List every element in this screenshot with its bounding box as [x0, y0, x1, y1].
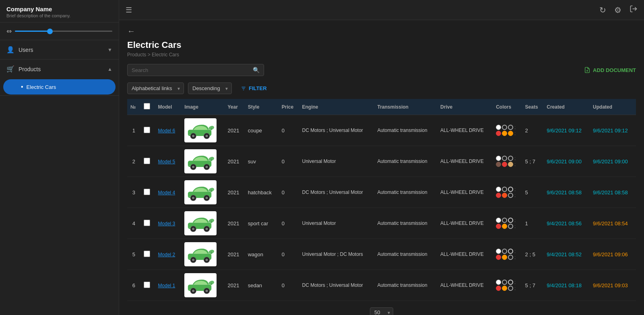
row-checkbox[interactable] [144, 127, 150, 133]
table-header-row: № Model Image Year Style Price Engine Tr… [127, 99, 636, 115]
cell-style: hatchback [245, 177, 279, 208]
model-link[interactable]: Model 1 [158, 283, 175, 288]
cell-created: 9/4/2021 08:18 [543, 270, 590, 301]
color-dot [508, 224, 513, 229]
cell-engine: Universal Motor [299, 208, 374, 239]
row-checkbox[interactable] [144, 251, 150, 257]
row-checkbox[interactable] [144, 220, 150, 226]
company-desc: Brief description of the company. [6, 13, 112, 18]
cell-num: 6 [127, 270, 140, 301]
cell-style: sport car [245, 208, 279, 239]
color-sep: ; [514, 187, 516, 191]
nav-section-users: 👤 Users ▼ [0, 40, 119, 60]
cell-engine: Universal Motor ; DC Motors [299, 239, 374, 270]
cell-updated: 9/6/2021 09:00 [590, 146, 636, 177]
row-checkbox[interactable] [144, 282, 150, 288]
svg-rect-45 [188, 258, 191, 259]
pagination-row: 10 25 50 100 ‹ 1 › [127, 307, 636, 315]
electric-cars-label: Electric Cars [27, 84, 56, 90]
cell-price: 0 [279, 239, 299, 270]
col-engine: Engine [299, 99, 374, 115]
cell-checkbox [140, 208, 155, 239]
cell-engine: DC Motors ; Universal Motor [299, 177, 374, 208]
sidebar-slider[interactable] [15, 31, 112, 32]
logout-icon[interactable] [630, 5, 638, 15]
sidebar-item-electric-cars[interactable]: Electric Cars [3, 79, 116, 95]
add-document-button[interactable]: ADD DOCUMENT [584, 67, 636, 73]
color-dot [508, 193, 513, 198]
color-dot [508, 125, 513, 130]
color-dot [502, 125, 507, 130]
col-created: Created [543, 99, 590, 115]
color-sep: ; [514, 125, 516, 130]
cell-model: Model 6 [155, 115, 182, 146]
sidebar-item-products[interactable]: 🛒 Products ▲ [0, 60, 119, 78]
cell-model: Model 3 [155, 208, 182, 239]
row-checkbox[interactable] [144, 189, 150, 195]
col-drive: Drive [437, 99, 493, 115]
cell-engine: DC Motors ; Universal Motor [299, 270, 374, 301]
order-select[interactable]: Descending Ascending [188, 82, 232, 94]
cell-checkbox [140, 270, 155, 301]
nav-section-products: 🛒 Products ▲ Electric Cars [0, 60, 119, 96]
sort-select-wrapper: Alphabetical links Name Date Created Dat… [127, 82, 184, 94]
car-image [184, 180, 217, 204]
cell-seats: 1 [522, 208, 544, 239]
cell-transmission: Automatic transmission [374, 146, 438, 177]
row-checkbox[interactable] [144, 158, 150, 164]
table-row: 2 Model 5 2021 suv 0 Universal Motor Aut… [127, 146, 636, 177]
select-all-checkbox[interactable] [144, 103, 150, 109]
color-dot [496, 249, 501, 254]
sort-select[interactable]: Alphabetical links Name Date Created Dat… [127, 82, 184, 94]
svg-point-24 [192, 197, 194, 199]
color-dot [496, 280, 501, 285]
menu-icon[interactable]: ☰ [126, 6, 132, 14]
svg-point-8 [192, 135, 194, 137]
color-sep: ; [514, 193, 516, 198]
color-dot [508, 162, 513, 167]
col-checkbox [140, 99, 155, 115]
sort-row: Alphabetical links Name Date Created Dat… [127, 82, 636, 94]
cell-drive: ALL-WHEEL DRIVE [437, 208, 493, 239]
cell-price: 0 [279, 208, 299, 239]
cell-seats: 2 ; 5 [522, 239, 544, 270]
svg-point-26 [206, 197, 208, 199]
chevron-up-icon: ▲ [107, 66, 112, 72]
settings-icon[interactable]: ⚙ [614, 5, 621, 15]
search-input[interactable] [132, 67, 253, 73]
model-link[interactable]: Model 5 [158, 159, 175, 165]
svg-point-10 [206, 135, 208, 137]
refresh-icon[interactable]: ↻ [599, 5, 606, 15]
cell-colors: ;; [493, 239, 522, 270]
cell-image [181, 239, 224, 270]
sidebar-item-users[interactable]: 👤 Users ▼ [0, 40, 119, 59]
page-size-select[interactable]: 10 25 50 100 [370, 307, 393, 315]
color-dot [496, 156, 501, 161]
search-filter-row: 🔍 ADD DOCUMENT [127, 64, 636, 76]
color-sep: ; [514, 249, 516, 253]
color-sep: ; [514, 156, 516, 161]
color-dot [508, 249, 513, 254]
svg-rect-13 [188, 134, 191, 135]
table-body: 1 Model 6 2021 coupe 0 DC Motors ; Unive… [127, 115, 636, 301]
model-link[interactable]: Model 3 [158, 221, 175, 226]
model-link[interactable]: Model 4 [158, 190, 175, 196]
car-image [184, 211, 217, 235]
color-dot [508, 187, 513, 192]
model-link[interactable]: Model 2 [158, 252, 175, 257]
filter-icon [241, 86, 246, 91]
topbar: ☰ ↻ ⚙ [119, 0, 644, 20]
back-button[interactable]: ← [127, 27, 135, 36]
cell-transmission: Automatic transmission [374, 177, 438, 208]
color-dot [502, 193, 507, 198]
col-num: № [127, 99, 140, 115]
cell-style: wagon [245, 239, 279, 270]
filter-button[interactable]: FILTER [236, 83, 272, 94]
svg-rect-53 [188, 289, 191, 290]
model-link[interactable]: Model 6 [158, 128, 175, 134]
cell-checkbox [140, 146, 155, 177]
cell-transmission: Automatic transmission [374, 115, 438, 146]
cell-colors: ;; [493, 146, 522, 177]
cell-price: 0 [279, 177, 299, 208]
svg-point-40 [192, 259, 194, 261]
